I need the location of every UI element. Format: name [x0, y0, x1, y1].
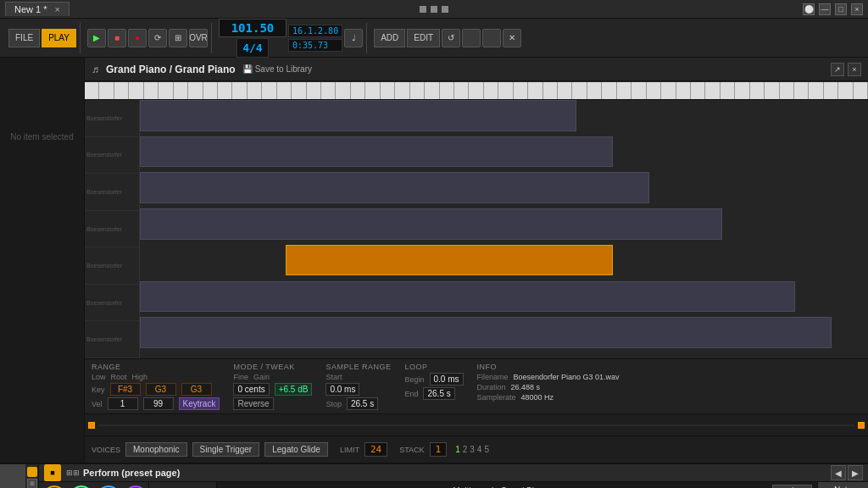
- loop-begin[interactable]: 0.0 ms: [430, 373, 464, 385]
- play-transport-btn[interactable]: ▶: [87, 29, 106, 47]
- stop-val[interactable]: 26.5 s: [347, 397, 378, 410]
- loop-end[interactable]: 26.5 s: [423, 387, 454, 400]
- r-knob[interactable]: [119, 480, 153, 488]
- fine-gain-row: 0 cents +6.5 dB: [233, 383, 312, 396]
- note-fx-panel: Note FX L R: [817, 482, 868, 488]
- mode-sub-labels: Fine Gain: [233, 373, 312, 381]
- sampler-title: Grand Piano / Grand Piano: [106, 64, 236, 75]
- title-bar: New 1 * × ⚪ — □ ×: [0, 0, 868, 19]
- plugin-content: Hi Pass Lo Pass A R Hi Pass → Lo Pass → …: [39, 482, 868, 488]
- mode-label: MODE / TWEAK: [233, 363, 312, 371]
- start-val[interactable]: 0.0 ms: [326, 383, 359, 396]
- plugin-name: Perform (preset page): [83, 468, 180, 478]
- duration-val: 26.488 s: [511, 383, 541, 391]
- start-row: 0.0 ms: [326, 383, 391, 396]
- file-button[interactable]: FILE: [8, 29, 40, 47]
- window-controls[interactable]: ⚪ — □ ×: [800, 3, 863, 15]
- pattern-btn[interactable]: ⊞: [169, 29, 187, 47]
- win-close[interactable]: ×: [851, 3, 863, 15]
- lopass-knob[interactable]: [64, 480, 98, 488]
- add-button[interactable]: ADD: [374, 29, 405, 47]
- single-trigger-btn[interactable]: Single Trigger: [192, 442, 260, 457]
- redo-btn[interactable]: [462, 29, 481, 47]
- controls-bar: RANGE Low Root High Key F#3 G3 G3 Vel 1 …: [85, 358, 868, 413]
- bottom-panel: GRAND PIANO SAMPLER ⊞ ≡ ∿ + ■ ⊞⊞ Perform…: [0, 463, 868, 488]
- mini-keyboard-section: ⊞ Multisample Grand Piano Replace: [217, 482, 817, 488]
- gain-val[interactable]: +6.5 dB: [275, 383, 313, 396]
- key-high[interactable]: G3: [181, 383, 212, 396]
- a-knob[interactable]: [92, 481, 125, 488]
- loop-label: LOOP: [404, 363, 463, 371]
- icon-grid[interactable]: ⊞: [27, 479, 37, 488]
- record-transport-btn[interactable]: ●: [128, 29, 147, 47]
- replace-btn[interactable]: Replace: [772, 485, 812, 488]
- edit-group: ADD EDIT ↺ ✕: [370, 23, 525, 53]
- label-5: Boesendorfer: [85, 247, 139, 285]
- expand-btn[interactable]: ↗: [831, 63, 844, 76]
- overdub-btn[interactable]: OVR: [189, 29, 208, 47]
- range-label: RANGE: [92, 363, 220, 371]
- label-3: Boesendorfer: [85, 174, 139, 211]
- undo-btn[interactable]: ↺: [442, 29, 460, 47]
- voices-bar: VOICES Monophonic Single Trigger Legato …: [85, 435, 868, 463]
- reverse-val[interactable]: Reverse: [233, 397, 273, 410]
- range-labels-row: Low Root High: [92, 373, 220, 381]
- voices-label: VOICES: [92, 446, 120, 454]
- dot-4[interactable]: 4: [477, 445, 482, 454]
- bpm-group: 101.50 4/4 16.1.2.80 0:35.73 ♩: [215, 23, 367, 53]
- edit-button[interactable]: EDIT: [407, 29, 440, 47]
- dot-1[interactable]: 1: [455, 445, 460, 454]
- limit-val[interactable]: 24: [364, 442, 387, 457]
- dot-2[interactable]: 2: [463, 445, 468, 454]
- no-item-label: No item selected: [10, 132, 73, 141]
- fine-val[interactable]: 0 cents: [233, 383, 269, 396]
- metronome-btn[interactable]: ♩: [344, 29, 363, 47]
- plugin-logo-icon: ■: [44, 464, 61, 481]
- title-tab[interactable]: New 1 * ×: [5, 2, 70, 16]
- key-root[interactable]: G3: [146, 383, 176, 396]
- win-minimize[interactable]: ⚪: [803, 3, 815, 15]
- vel-high[interactable]: 99: [143, 397, 174, 410]
- bpm-value[interactable]: 101.50: [219, 19, 287, 37]
- sampler-header: ♬ Grand Piano / Grand Piano Save to Libr…: [85, 58, 868, 81]
- plugin-nav[interactable]: ◀ ▶: [831, 465, 863, 480]
- nav-right[interactable]: ▶: [848, 465, 863, 480]
- loop-btn[interactable]: ⟳: [148, 29, 167, 47]
- vel-range-row: Vel 1 99 Keytrack: [92, 397, 220, 410]
- hipass-section: Hi Pass →: [152, 485, 214, 488]
- main-content: No item selected ♬ Grand Piano / Grand P…: [0, 58, 868, 463]
- win-restore[interactable]: □: [835, 3, 847, 15]
- monophonic-btn[interactable]: Monophonic: [125, 442, 186, 457]
- keytrack-btn[interactable]: Keytrack: [179, 397, 220, 410]
- piano-keys: [85, 82, 868, 99]
- redo2-btn[interactable]: [482, 29, 501, 47]
- legato-glide-btn[interactable]: Legato Glide: [264, 442, 328, 457]
- close-edit-btn[interactable]: ✕: [503, 29, 521, 47]
- loop-begin-row: Begin 0.0 ms: [404, 373, 463, 385]
- plugin-panel: ■ ⊞⊞ Perform (preset page) ◀ ▶: [39, 464, 868, 488]
- tab-close[interactable]: ×: [55, 4, 60, 14]
- sampler-logo[interactable]: [27, 467, 37, 477]
- routing-section: Hi Pass → Lo Pass → A R CC 0 ↻: [149, 482, 217, 488]
- key-low[interactable]: F#3: [110, 383, 141, 396]
- piano-strip[interactable]: [85, 81, 868, 100]
- dot-3[interactable]: 3: [470, 445, 475, 454]
- play-button[interactable]: PLAY: [42, 29, 76, 47]
- save-library-btn[interactable]: Save to Library: [242, 64, 312, 74]
- automation-lane: [85, 413, 868, 435]
- note-btn[interactable]: Note: [818, 482, 868, 488]
- knob-strip: Hi Pass Lo Pass A R: [39, 482, 149, 488]
- reverse-row: Reverse: [233, 397, 312, 410]
- transport-group: ▶ ■ ● ⟳ ⊞ OVR: [84, 23, 212, 53]
- stack-val[interactable]: 1: [430, 442, 448, 457]
- key-range-row: Key F#3 G3 G3: [92, 383, 220, 396]
- vel-low[interactable]: 1: [108, 397, 138, 410]
- sample-range-label: SAMPLE RANGE: [326, 363, 391, 371]
- stop-transport-btn[interactable]: ■: [108, 29, 126, 47]
- tab-label: New 1 *: [14, 4, 47, 14]
- nav-left[interactable]: ◀: [831, 465, 846, 480]
- close-sampler-btn[interactable]: ×: [848, 63, 861, 76]
- dot-5[interactable]: 5: [484, 445, 489, 454]
- win-maximize[interactable]: —: [819, 3, 831, 15]
- marker-start: [88, 422, 95, 429]
